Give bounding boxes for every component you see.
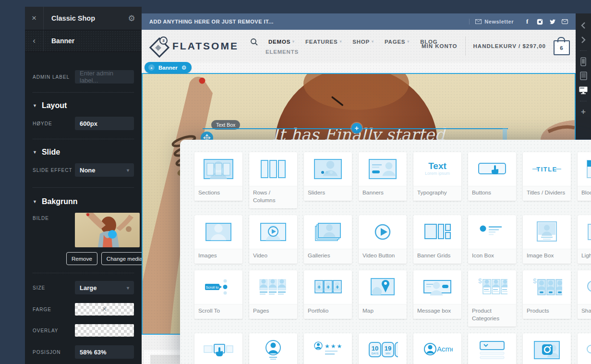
redo-chevron-right-icon[interactable]	[576, 33, 591, 47]
element-card[interactable]: Instagram feed	[523, 333, 571, 364]
search-icon[interactable]	[250, 38, 258, 46]
element-card[interactable]: $ Products	[523, 270, 571, 319]
element-card[interactable]: Video Button	[359, 215, 407, 264]
element-card-label: Sliders	[304, 186, 352, 201]
account-link[interactable]: MIN KONTO	[422, 43, 458, 49]
nav-item-elements[interactable]: ELEMENTS	[265, 49, 438, 55]
newsletter-link[interactable]: Newsletter	[469, 19, 519, 24]
overlay-swatch[interactable]	[75, 324, 134, 337]
facebook-icon[interactable]: f	[524, 19, 531, 25]
change-media-button[interactable]: Change media	[101, 252, 142, 265]
element-card[interactable]: Search	[578, 333, 591, 364]
element-card[interactable]: Acme Logo	[413, 333, 461, 364]
divider	[33, 92, 134, 93]
element-card[interactable]: Sliders	[304, 152, 352, 201]
remove-button[interactable]: Remove	[66, 252, 97, 265]
undo-chevron-left-icon[interactable]	[576, 18, 591, 33]
nav-row-1: DEMOS ▾ FEATURES ▾ SHOP ▾ PAGES ▾ BL	[250, 38, 438, 46]
element-card[interactable]: TITLE Titles / Dividers	[523, 152, 571, 201]
element-card-label: Lightbox	[578, 249, 591, 264]
section-layout[interactable]: ▼ Layout	[33, 101, 134, 110]
nav-item[interactable]: DEMOS ▾	[268, 39, 295, 45]
site-header: 3 FLATSOME DEMOS ▾ FEATURES ▾	[142, 30, 576, 62]
svg-text:Acme: Acme	[437, 345, 453, 353]
element-card[interactable]: Accordion	[468, 333, 516, 364]
element-card[interactable]: Buttons	[468, 152, 516, 201]
email-icon[interactable]	[562, 19, 568, 25]
element-card[interactable]: Image Box	[523, 215, 571, 264]
element-card[interactable]: 10DAYS19MIN Countdown	[359, 333, 407, 364]
element-card[interactable]: Tabs	[194, 333, 242, 364]
background-image-thumbnail[interactable]	[75, 213, 140, 247]
gear-icon[interactable]: ⚙	[181, 64, 187, 71]
element-card[interactable]: Map	[359, 270, 407, 319]
tablet-preview-icon[interactable]	[576, 69, 591, 83]
separator	[465, 36, 466, 56]
svg-text:+: +	[317, 283, 321, 291]
back-chevron-icon[interactable]: ‹	[25, 30, 44, 51]
element-card[interactable]: Banners	[359, 152, 407, 201]
twitter-icon[interactable]	[549, 19, 555, 25]
add-element-button[interactable]: +	[351, 123, 362, 133]
nav-item[interactable]: SHOP ▾	[352, 39, 374, 45]
slide-effect-select[interactable]: None ▾	[75, 163, 134, 177]
chevron-up-icon[interactable]: ▲	[148, 64, 155, 71]
height-input[interactable]: 600px	[75, 117, 134, 130]
map-icon	[359, 270, 407, 304]
cart-link[interactable]: HANDLEKURV / $297,00	[473, 43, 546, 49]
close-icon[interactable]: ×	[25, 7, 44, 30]
gear-icon[interactable]: ⚙	[121, 13, 142, 24]
element-card[interactable]: Message box	[413, 270, 461, 319]
element-card-label: Portfolio	[304, 304, 352, 319]
height-row: HØYDE 600px	[33, 117, 134, 130]
video-icon	[249, 215, 297, 249]
size-value: Large	[80, 284, 96, 291]
section-slide[interactable]: ▼ Slide	[33, 148, 134, 157]
buttons-icon	[468, 152, 516, 186]
rows-icon	[249, 152, 297, 186]
element-card[interactable]: Pages	[249, 270, 297, 319]
element-card[interactable]: +++ Portfolio	[304, 270, 352, 319]
element-card-label: Typography	[413, 186, 461, 201]
element-card[interactable]: Galleries	[304, 215, 352, 264]
element-card[interactable]: Share icons	[578, 270, 591, 319]
element-card[interactable]: Icon Box	[468, 215, 516, 264]
element-card[interactable]: Scroll to Scroll To	[194, 270, 242, 319]
admin-label: ADMIN LABEL	[33, 73, 75, 81]
element-card[interactable]: Banner Grids	[413, 215, 461, 264]
phone-preview-icon[interactable]	[576, 54, 591, 69]
element-card[interactable]: Sections	[194, 152, 242, 201]
element-card[interactable]: Video	[249, 215, 297, 264]
section-slide-title: Slide	[42, 148, 60, 157]
element-card[interactable]: Rows / Columns	[249, 152, 297, 208]
element-card[interactable]: Block	[578, 152, 591, 201]
svg-text:+: +	[326, 283, 330, 291]
color-swatch[interactable]: ×	[75, 303, 134, 315]
nav-item[interactable]: FEATURES ▾	[305, 39, 342, 45]
element-card[interactable]: Team Member	[249, 333, 297, 364]
element-card[interactable]: Lightbox	[578, 215, 591, 264]
element-card[interactable]: Images	[194, 215, 242, 264]
element-card[interactable]: TextLorem ipsum Typography	[413, 152, 461, 201]
desktop-preview-icon[interactable]	[576, 83, 591, 97]
site-logo[interactable]: 3 FLATSOME	[142, 38, 239, 54]
lightbox-icon	[578, 215, 591, 249]
banner-pill[interactable]: ▲ Banner ⚙	[145, 62, 192, 73]
size-select[interactable]: Large ▾	[75, 281, 134, 294]
team-icon	[249, 333, 297, 364]
position-input[interactable]: 58% 63%	[75, 345, 134, 359]
section-background-title: Bakgrunn	[42, 197, 78, 206]
scroll-to-icon: Scroll to	[194, 270, 242, 304]
add-icon[interactable]: +	[576, 105, 591, 119]
svg-text:$: $	[533, 277, 537, 285]
instagram-icon[interactable]	[537, 19, 543, 25]
nav-item[interactable]: PAGES ▾	[385, 39, 410, 45]
chevron-down-icon: ▾	[372, 39, 374, 44]
section-background[interactable]: ▼ Bakgrunn	[33, 197, 134, 206]
element-card[interactable]: ★★★ Testimonials	[304, 333, 352, 364]
element-card[interactable]: $ Product Categories	[468, 270, 516, 327]
product-cats-icon: $	[468, 270, 516, 304]
caret-down-icon: ▼	[33, 103, 37, 108]
admin-label-input[interactable]: Enter admin label...	[75, 70, 134, 84]
cart-bag-icon[interactable]: 6	[554, 40, 570, 55]
